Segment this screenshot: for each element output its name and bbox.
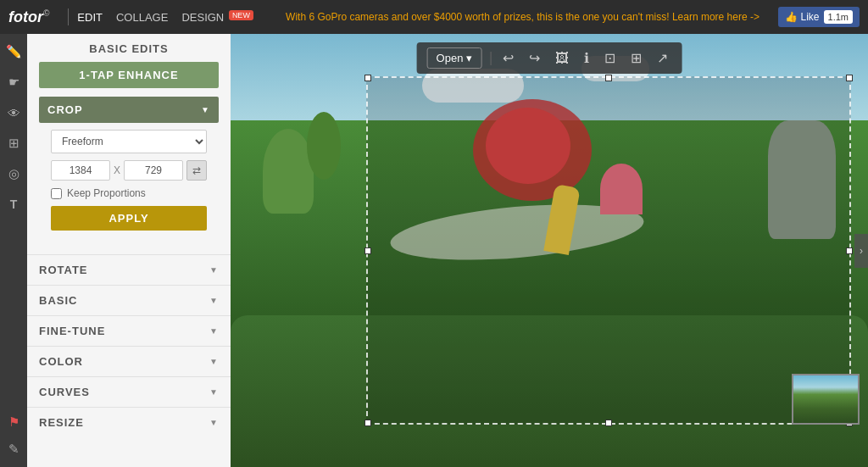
- edit-icon[interactable]: ✎: [4, 440, 23, 459]
- image-icon[interactable]: 🖼: [552, 49, 572, 68]
- color-header[interactable]: COLOR ▼: [27, 347, 231, 376]
- crop-handle-midright[interactable]: [846, 247, 853, 254]
- freeform-row: Freeform: [51, 130, 207, 153]
- crop-section: CROP ▼ Freeform X ⇄ Keep Proportions: [39, 97, 219, 246]
- swap-button[interactable]: ⇄: [186, 160, 207, 181]
- width-input[interactable]: [51, 160, 110, 181]
- crop-dropdown[interactable]: CROP ▼: [39, 97, 219, 123]
- open-chevron-icon: ▾: [466, 52, 472, 64]
- crop-options: Freeform X ⇄ Keep Proportions APPLY: [39, 123, 219, 246]
- crop-icon[interactable]: ⊡: [601, 48, 619, 68]
- apply-button[interactable]: APPLY: [51, 206, 207, 231]
- freeform-select[interactable]: Freeform: [51, 130, 207, 153]
- crop-handle-topmid[interactable]: [605, 75, 612, 81]
- right-panel-arrow[interactable]: ›: [854, 234, 868, 268]
- finetune-header[interactable]: FINE-TUNE ▼: [27, 316, 231, 346]
- open-button[interactable]: Open ▾: [427, 47, 482, 69]
- layers-icon[interactable]: ⊞: [4, 134, 23, 153]
- keep-proportions-label: Keep Proportions: [67, 187, 146, 199]
- fb-like-label: 👍 Like: [785, 11, 819, 23]
- info-icon[interactable]: ℹ: [581, 48, 593, 68]
- nav-divider: [68, 8, 69, 25]
- eye-icon[interactable]: 👁: [4, 103, 23, 122]
- curves-label: CURVES: [39, 386, 90, 398]
- sidebar-title: BASIC EDITS: [27, 34, 231, 62]
- curves-arrow-icon: ▼: [209, 387, 219, 397]
- nav-collage[interactable]: COLLAGE: [116, 11, 168, 24]
- fb-count: 1.1m: [824, 10, 853, 24]
- mini-preview: [792, 374, 860, 425]
- sidebar: BASIC EDITS 1-TAP ENHANCE CROP ▼ Freefor…: [27, 34, 231, 467]
- color-label: COLOR: [39, 355, 83, 368]
- crop-label: CROP: [47, 103, 83, 116]
- undo-icon[interactable]: ↩: [499, 48, 517, 68]
- text-icon[interactable]: T: [4, 195, 23, 214]
- topnav: fotor© EDIT COLLAGE DESIGN NEW With 6 Go…: [0, 0, 868, 34]
- open-label: Open: [437, 52, 464, 64]
- height-input[interactable]: [124, 160, 183, 181]
- resize-label: RESIZE: [39, 416, 84, 429]
- rotate-arrow-icon: ▼: [209, 265, 219, 275]
- toolbar-separator: [490, 52, 491, 65]
- accordion-rotate: ROTATE ▼: [27, 254, 231, 285]
- crop-handle-bottomleft[interactable]: [364, 420, 371, 426]
- dimension-row: X ⇄: [51, 160, 207, 181]
- circle-icon[interactable]: ◎: [4, 164, 23, 183]
- redo-icon[interactable]: ↪: [526, 48, 543, 68]
- crop-handle-topleft[interactable]: [364, 75, 371, 81]
- basic-label: BASIC: [39, 294, 77, 307]
- finetune-label: FINE-TUNE: [39, 325, 105, 337]
- nav-design[interactable]: DESIGN NEW: [181, 11, 253, 24]
- curves-header[interactable]: CURVES ▼: [27, 377, 231, 407]
- finetune-arrow-icon: ▼: [209, 326, 219, 336]
- accordion-color: COLOR ▼: [27, 346, 231, 376]
- dimension-x: X: [114, 164, 120, 176]
- new-badge: NEW: [229, 10, 253, 20]
- enhance-button[interactable]: 1-TAP ENHANCE: [39, 62, 219, 88]
- basic-header[interactable]: BASIC ▼: [27, 286, 231, 315]
- pencil-icon[interactable]: ✏️: [4, 42, 23, 61]
- keep-proportions-checkbox[interactable]: [51, 188, 62, 199]
- canvas-toolbar: Open ▾ ↩ ↪ 🖼 ℹ ⊡ ⊞ ↗: [417, 42, 682, 74]
- resize-arrow-icon: ▼: [209, 418, 219, 427]
- accordion-curves: CURVES ▼: [27, 376, 231, 407]
- crop-handle-midleft[interactable]: [364, 247, 371, 254]
- nav-edit[interactable]: EDIT: [77, 11, 103, 24]
- rotate-label: ROTATE: [39, 264, 88, 276]
- flag-icon[interactable]: ⚑: [4, 413, 23, 431]
- keep-proportions-row: Keep Proportions: [51, 187, 207, 199]
- accordion-finetune: FINE-TUNE ▼: [27, 315, 231, 346]
- promo-text[interactable]: With 6 GoPro cameras and over $4000 wort…: [267, 11, 778, 23]
- share-icon[interactable]: ↗: [654, 48, 671, 68]
- accordion-resize: RESIZE ▼: [27, 407, 231, 437]
- rotate-header[interactable]: ROTATE ▼: [27, 255, 231, 285]
- color-arrow-icon: ▼: [209, 357, 219, 366]
- resize-header[interactable]: RESIZE ▼: [27, 408, 231, 437]
- accordion-basic: BASIC ▼: [27, 285, 231, 315]
- canvas-area: Open ▾ ↩ ↪ 🖼 ℹ ⊡ ⊞ ↗ ›: [231, 34, 868, 467]
- logo: fotor©: [8, 8, 49, 26]
- crop-overlay: [366, 76, 851, 425]
- left-toolbar: ✏️ ☛ 👁 ⊞ ◎ T ⚑ ✎: [0, 34, 27, 467]
- main-area: ✏️ ☛ 👁 ⊞ ◎ T ⚑ ✎ BASIC EDITS 1-TAP ENHAN…: [0, 34, 868, 467]
- crop-handle-bottommid[interactable]: [605, 420, 612, 426]
- hand-icon[interactable]: ☛: [4, 73, 23, 92]
- crop-handle-topright[interactable]: [846, 75, 853, 81]
- facebook-like[interactable]: 👍 Like 1.1m: [778, 7, 860, 27]
- basic-arrow-icon: ▼: [209, 296, 219, 305]
- crop-arrow-icon: ▼: [201, 105, 210, 114]
- resize-icon[interactable]: ⊞: [627, 48, 645, 68]
